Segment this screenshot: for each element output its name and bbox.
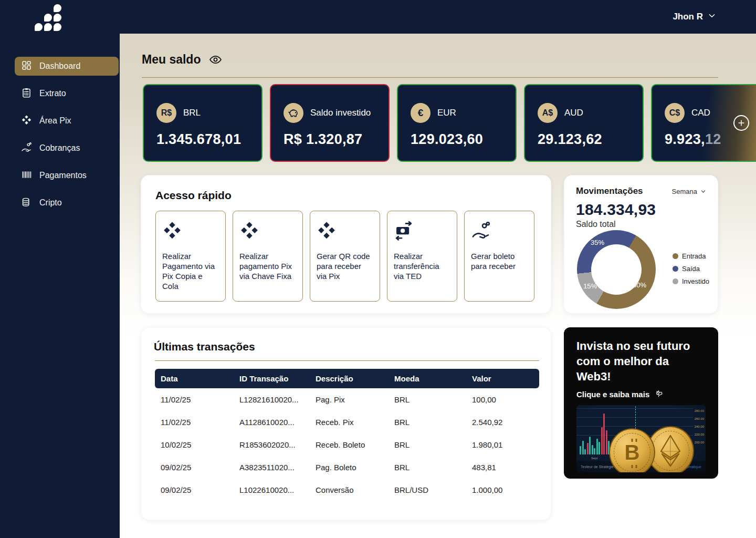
table-row: 09/02/25A3823511020... Pag. BoletoBRL 48…: [155, 456, 539, 479]
donut-label-saida: 35%: [591, 239, 604, 246]
movements-total: 184.334,93: [576, 201, 706, 219]
balance-card-value: 29.123,62: [538, 131, 630, 148]
currency-badge-brl: R$: [156, 103, 176, 123]
transactions-title: Últimas transações: [154, 340, 538, 353]
tile-ted[interactable]: Realizar transferência via TED: [387, 211, 457, 302]
sidebar-item-area-pix[interactable]: Área Pix: [15, 111, 119, 130]
pix-icon: [239, 233, 259, 242]
sidebar-item-cripto[interactable]: Cripto: [15, 193, 119, 212]
movements-donut-chart: 35% 50% 15%: [577, 230, 656, 309]
donut-label-investido: 15%: [583, 282, 597, 290]
sidebar-item-label: Dashboard: [39, 61, 80, 71]
balance-cards-row: R$ BRL 1.345.678,01 Saldo investido R$ 1…: [143, 84, 756, 162]
chart-x-label: Sept: [591, 457, 597, 460]
quick-access-title: Acesso rápido: [155, 189, 537, 202]
piggy-bank-icon: [284, 103, 303, 123]
balance-card-value: 129.023,60: [411, 131, 503, 148]
sidebar-nav: Dashboard Extrato Área Pix Cobranças Pag…: [0, 57, 120, 212]
movements-panel: Movimentações Semana 184.334,93 Saldo to…: [564, 175, 718, 314]
transactions-divider: [155, 360, 539, 361]
sidebar-item-label: Cobranças: [39, 143, 80, 153]
tile-label: Realizar Pagamento via Pix Copia e Cola: [162, 251, 219, 291]
add-currency-button[interactable]: [733, 115, 749, 131]
sidebar-item-label: Área Pix: [39, 116, 71, 126]
currency-badge-aud: A$: [538, 103, 558, 123]
sidebar-item-label: Pagamentos: [39, 171, 87, 180]
legend-saida: Saída: [673, 265, 709, 273]
column-header-data: Data: [161, 374, 239, 383]
chart-legend: Entrada Saída Investido: [673, 252, 709, 285]
column-header-descricao: Descrição: [316, 374, 394, 383]
chevron-down-icon: [708, 12, 716, 23]
sidebar-item-cobrancas[interactable]: Cobranças: [15, 139, 119, 158]
sidebar-item-extrato[interactable]: Extrato: [15, 84, 119, 103]
table-row: 10/02/25R1853602020... Receb. BoletoBRL …: [155, 433, 539, 456]
crypto-chart-image: 280.00260.00240.00220.00200.00 Sept Test…: [576, 405, 706, 472]
web3-promo-banner[interactable]: Invista no seu futuro com o melhor da We…: [564, 327, 718, 479]
quick-access-panel: Acesso rápido Realizar Pagamento via Pix…: [141, 175, 551, 314]
table-header: Data ID Transação Descrição Moeda Valor: [155, 369, 539, 388]
sidebar-item-dashboard[interactable]: Dashboard: [15, 57, 119, 76]
pix-icon: [162, 233, 182, 242]
tile-label: Gerar boleto para receber: [471, 251, 528, 271]
currency-badge-eur: €: [411, 103, 430, 123]
snap-fingers-icon: [655, 390, 664, 399]
pix-icon: [21, 115, 32, 128]
balance-card-value: 1.345.678,01: [156, 131, 249, 148]
table-row: 11/02/25A1128610020... Receb. PixBRL 2.5…: [155, 411, 539, 433]
table-row: 11/02/25L12821610020... Pag. PixBRL 100,…: [155, 388, 539, 411]
pix-icon: [317, 233, 337, 242]
brand-logo: [35, 4, 61, 31]
hand-coin-icon: [471, 233, 491, 242]
balance-card-aud[interactable]: A$ AUD 29.123,62: [524, 84, 644, 162]
eye-icon[interactable]: [209, 53, 222, 66]
balance-section-title: Meu saldo: [142, 53, 201, 67]
user-menu[interactable]: Jhon R: [673, 0, 716, 34]
balance-card-label: CAD: [691, 108, 710, 118]
column-header-id: ID Transação: [239, 374, 316, 383]
tile-pix-chave-fixa[interactable]: Realizar pagamento Pix via Chave Fixa: [233, 211, 303, 302]
balance-card-brl[interactable]: R$ BRL 1.345.678,01: [143, 84, 262, 162]
tile-qr-code[interactable]: Gerar QR code para receber via Pix: [310, 211, 380, 302]
bitcoin-coin: B: [609, 428, 655, 472]
coin-stack-icon: [21, 196, 32, 210]
balance-card-label: EUR: [437, 108, 456, 118]
promo-cta-text: Clique e saiba mais: [576, 390, 649, 399]
hand-coin-icon: [21, 142, 32, 155]
legend-investido: Investido: [673, 277, 709, 285]
user-name: Jhon R: [673, 12, 703, 22]
tile-label: Realizar transferência via TED: [394, 251, 450, 281]
clipboard-icon: [21, 87, 32, 100]
balance-card-investido[interactable]: Saldo investido R$ 1.320,87: [270, 84, 390, 162]
tile-boleto[interactable]: Gerar boleto para receber: [464, 211, 534, 302]
balance-card-label: Saldo investido: [310, 108, 371, 118]
sidebar-item-label: Extrato: [39, 89, 66, 98]
column-header-valor: Valor: [472, 374, 539, 383]
main-content: Meu saldo R$ BRL 1.345.678,01 Saldo inve…: [120, 34, 756, 538]
balance-card-value: 9.923,12: [665, 131, 756, 148]
promo-heading: Invista no seu futuro com o melhor da We…: [576, 338, 702, 384]
barcode-icon: [21, 169, 32, 182]
balance-card-label: AUD: [564, 108, 583, 118]
balance-card-eur[interactable]: € EUR 129.023,60: [397, 84, 517, 162]
dashboard-grid-icon: [21, 60, 32, 73]
money-transfer-icon: [394, 233, 414, 242]
tile-label: Realizar pagamento Pix via Chave Fixa: [239, 251, 296, 281]
sidebar-item-pagamentos[interactable]: Pagamentos: [15, 166, 119, 185]
table-row: 09/02/25L1022610020... ConversãoBRL/USD …: [155, 479, 539, 501]
sidebar-item-label: Cripto: [39, 198, 62, 208]
balance-divider: [142, 77, 718, 78]
tile-label: Gerar QR code para receber via Pix: [317, 251, 373, 281]
balance-card-value: R$ 1.320,87: [284, 131, 376, 148]
movements-total-label: Saldo total: [576, 220, 706, 229]
chevron-down-icon: [700, 189, 706, 194]
movements-title: Movimentações: [576, 186, 643, 196]
period-value: Semana: [672, 188, 697, 195]
balance-card-label: BRL: [183, 108, 201, 118]
column-header-moeda: Moeda: [394, 374, 472, 383]
quick-access-tiles: Realizar Pagamento via Pix Copia e Cola …: [155, 211, 537, 302]
sidebar: Dashboard Extrato Área Pix Cobranças Pag…: [0, 0, 120, 538]
period-dropdown[interactable]: Semana: [672, 188, 706, 195]
tile-pix-copia-cola[interactable]: Realizar Pagamento via Pix Copia e Cola: [155, 211, 226, 302]
legend-entrada: Entrada: [673, 252, 709, 260]
